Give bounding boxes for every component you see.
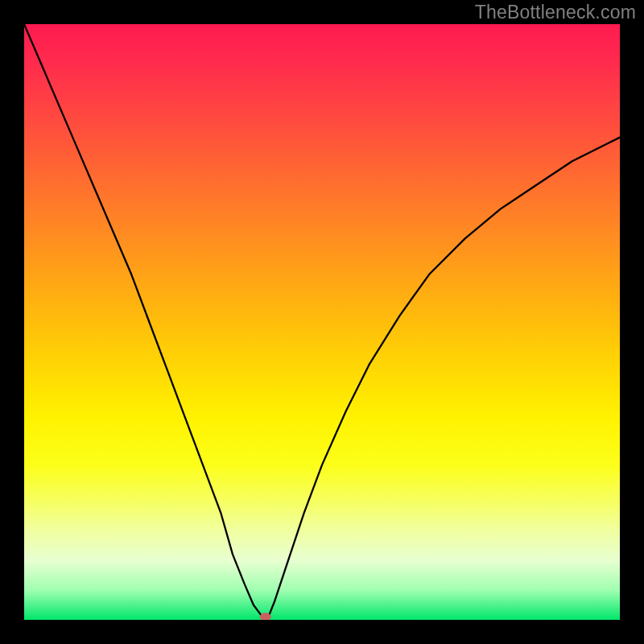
plot-area [24, 24, 620, 620]
curve-right [268, 138, 620, 617]
curve-svg [24, 24, 620, 620]
curve-left [24, 24, 262, 617]
chart-frame: TheBottleneck.com [0, 0, 644, 644]
watermark-text: TheBottleneck.com [475, 2, 636, 23]
